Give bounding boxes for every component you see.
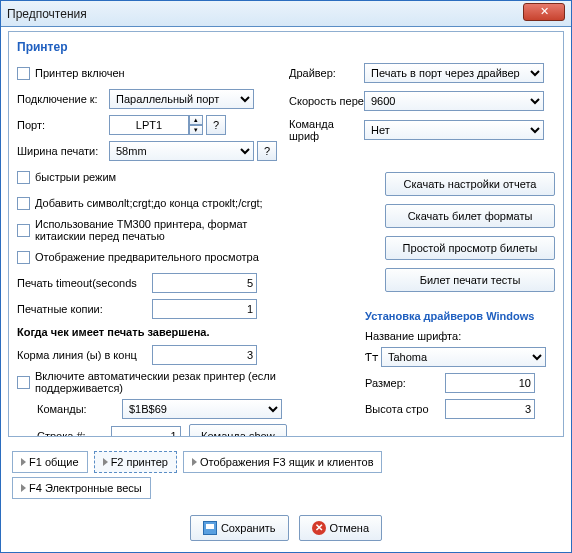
commands-label: Команды:	[37, 403, 122, 415]
tab-scales-label: F4 Электронные весы	[29, 482, 142, 494]
content-area: Принтер Принтер включен Подключение к: П…	[6, 29, 566, 547]
fast-mode-label: быстрыи режим	[35, 171, 275, 183]
copies-input[interactable]	[152, 299, 257, 319]
connection-label: Подключение к:	[17, 93, 109, 105]
feed-label: Корма линия (ы) в конц	[17, 349, 152, 361]
driver-select[interactable]: Печать в порт через драйвер	[364, 63, 544, 83]
download-report-button[interactable]: Скачать настройки отчета	[385, 172, 555, 196]
footer-buttons: Сохранить ✕ Отмена	[6, 515, 566, 541]
width-label: Ширина печати:	[17, 145, 109, 157]
fast-mode-checkbox[interactable]	[17, 171, 30, 184]
save-button-label: Сохранить	[221, 522, 276, 534]
timeout-input[interactable]	[152, 273, 257, 293]
window-title: Предпочтения	[7, 7, 87, 21]
line-input[interactable]	[111, 426, 181, 437]
size-label: Размер:	[365, 377, 445, 389]
driver-label: Драйвер:	[289, 67, 364, 79]
timeout-label: Печать timeout(seconds	[17, 277, 152, 289]
tab-printer[interactable]: F2 принтер	[94, 451, 177, 473]
triangle-icon	[21, 458, 26, 466]
tab-scales[interactable]: F4 Электронные весы	[12, 477, 151, 499]
simple-view-button[interactable]: Простой просмотр билеты	[385, 236, 555, 260]
tm300-checkbox[interactable]	[17, 224, 30, 237]
tab-drawer[interactable]: Отображения F3 ящик и клиентов	[183, 451, 383, 473]
cancel-button-label: Отмена	[330, 522, 369, 534]
line-label: Строка #:	[37, 430, 111, 437]
printer-panel: Принтер Принтер включен Подключение к: П…	[8, 31, 564, 437]
left-column: Принтер включен Подключение к: Параллель…	[17, 62, 287, 437]
width-help-button[interactable]: ?	[257, 141, 277, 161]
line-height-input[interactable]	[445, 399, 535, 419]
driver-install-title: Установка драйверов Windows	[365, 310, 555, 322]
printer-section-title: Принтер	[17, 40, 555, 54]
port-label: Порт:	[17, 119, 109, 131]
print-tests-button[interactable]: Билет печати тесты	[385, 268, 555, 292]
right-column: Драйвер: Печать в порт через драйвер Ско…	[289, 62, 544, 148]
spin-down-icon[interactable]: ▾	[189, 125, 203, 135]
spin-up-icon[interactable]: ▴	[189, 115, 203, 125]
preview-checkbox[interactable]	[17, 251, 30, 264]
titlebar: Предпочтения ✕	[1, 1, 571, 27]
port-help-button[interactable]: ?	[206, 115, 226, 135]
autocut-label: Включите автоматическии резак принтер (е…	[35, 370, 287, 394]
save-icon	[203, 521, 217, 535]
printer-enabled-checkbox[interactable]	[17, 67, 30, 80]
width-select[interactable]: 58mm	[109, 141, 254, 161]
feed-input[interactable]	[152, 345, 257, 365]
cancel-icon: ✕	[312, 521, 326, 535]
tab-general[interactable]: F1 общие	[12, 451, 88, 473]
add-symbol-label: Добавить символlt;crgt;до конца строкlt;…	[35, 197, 287, 209]
autocut-checkbox[interactable]	[17, 376, 30, 389]
save-button[interactable]: Сохранить	[190, 515, 289, 541]
printer-enabled-label: Принтер включен	[35, 67, 125, 79]
port-input[interactable]	[109, 115, 189, 135]
tab-drawer-label: Отображения F3 ящик и клиентов	[200, 456, 374, 468]
copies-label: Печатные копии:	[17, 303, 152, 315]
tab-printer-label: F2 принтер	[111, 456, 168, 468]
tabs-row1: F1 общие F2 принтер Отображения F3 ящик …	[12, 451, 388, 473]
show-command-button[interactable]: Команда show	[189, 424, 287, 437]
speed-label: Скорость пере	[289, 95, 364, 107]
font-name-label: Название шрифта:	[365, 330, 555, 342]
driver-install-section: Установка драйверов Windows Название шри…	[365, 310, 555, 424]
after-print-section-title: Когда чек имеет печать завершена.	[17, 326, 287, 338]
font-name-select[interactable]: Tahoma	[381, 347, 546, 367]
commands-select[interactable]: $1B$69	[122, 399, 282, 419]
tabs-row2: F4 Электронные весы	[12, 477, 157, 499]
font-cmd-select[interactable]: Нет	[364, 120, 544, 140]
connection-select[interactable]: Параллельный порт	[109, 89, 254, 109]
triangle-icon	[103, 458, 108, 466]
tm300-label: Использование TM300 принтера, формат кит…	[35, 218, 287, 242]
font-icon: Ƭᴛ	[365, 351, 378, 364]
line-height-label: Высота стро	[365, 403, 445, 415]
add-symbol-checkbox[interactable]	[17, 197, 30, 210]
port-spinner[interactable]: ▴▾	[189, 115, 203, 135]
cancel-button[interactable]: ✕ Отмена	[299, 515, 382, 541]
speed-select[interactable]: 9600	[364, 91, 544, 111]
download-ticket-button[interactable]: Скачать билет форматы	[385, 204, 555, 228]
tab-general-label: F1 общие	[29, 456, 79, 468]
font-cmd-label: Команда шриф	[289, 118, 364, 142]
size-input[interactable]	[445, 373, 535, 393]
triangle-icon	[192, 458, 197, 466]
close-button[interactable]: ✕	[523, 3, 565, 21]
right-buttons: Скачать настройки отчета Скачать билет ф…	[385, 172, 555, 292]
triangle-icon	[21, 484, 26, 492]
preview-label: Отображение предварительного просмотра	[35, 251, 287, 263]
preferences-window: Предпочтения ✕ Принтер Принтер включен П…	[0, 0, 572, 553]
